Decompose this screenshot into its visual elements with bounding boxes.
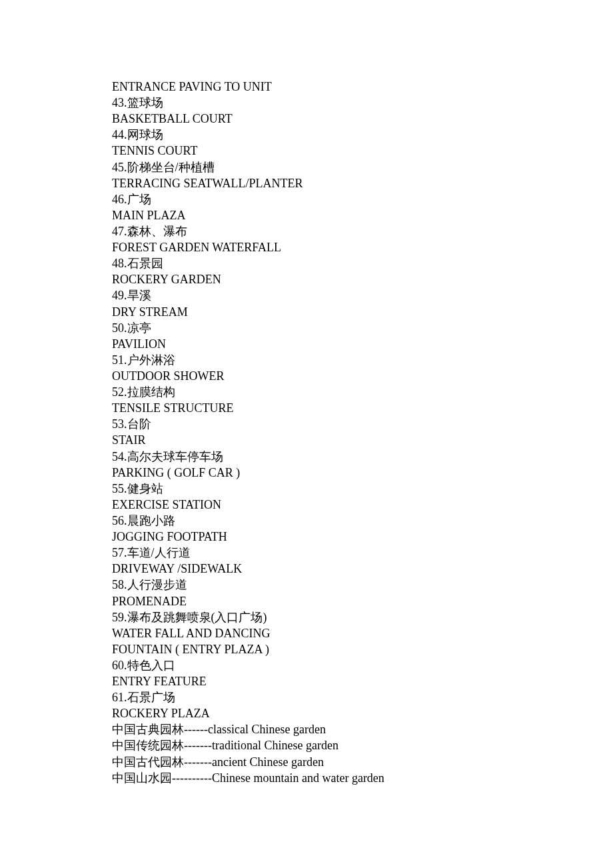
text-line: TENNIS COURT [112,143,613,159]
text-line: ROCKERY GARDEN [112,271,613,287]
text-line: 52.拉膜结构 [112,384,613,400]
text-line: ENTRY FEATURE [112,673,613,689]
text-line: 59.瀑布及跳舞喷泉(入口广场) [112,609,613,625]
text-line: WATER FALL AND DANCING [112,625,613,641]
text-line: EXERCISE STATION [112,497,613,513]
text-line: PARKING ( GOLF CAR ) [112,465,613,481]
text-line: 中国传统园林-------traditional Chinese garden [112,737,613,753]
text-line: 53.台阶 [112,416,613,432]
text-line: 56.晨跑小路 [112,513,613,529]
text-line: 57.车道/人行道 [112,545,613,561]
text-line: 48.石景园 [112,255,613,271]
text-line: OUTDOOR SHOWER [112,368,613,384]
text-line: 50.凉亭 [112,320,613,336]
text-line: 51.户外淋浴 [112,352,613,368]
text-line: 中国古代园林-------ancient Chinese garden [112,754,613,770]
text-line: 58.人行漫步道 [112,577,613,593]
text-line: 46.广场 [112,191,613,207]
text-line: 60.特色入口 [112,657,613,673]
text-line: FOREST GARDEN WATERFALL [112,239,613,255]
text-line: 61.石景广场 [112,689,613,705]
text-line: MAIN PLAZA [112,207,613,223]
text-line: TERRACING SEATWALL/PLANTER [112,175,613,191]
document-content: ENTRANCE PAVING TO UNIT 43.篮球场 BASKETBAL… [112,79,613,786]
text-line: BASKETBALL COURT [112,111,613,127]
text-line: 43.篮球场 [112,95,613,111]
text-line: 中国山水园----------Chinese mountain and wate… [112,770,613,786]
text-line: 中国古典园林------classical Chinese garden [112,721,613,737]
text-line: 54.高尔夫球车停车场 [112,449,613,465]
text-line: TENSILE STRUCTURE [112,400,613,416]
text-line: 49.旱溪 [112,287,613,303]
text-line: DRY STREAM [112,304,613,320]
text-line: 45.阶梯坐台/种植槽 [112,159,613,175]
text-line: PAVILION [112,336,613,352]
text-line: 47.森林、瀑布 [112,223,613,239]
text-line: 44.网球场 [112,127,613,143]
text-line: ROCKERY PLAZA [112,705,613,721]
text-line: FOUNTAIN ( ENTRY PLAZA ) [112,641,613,657]
text-line: PROMENADE [112,593,613,609]
text-line: ENTRANCE PAVING TO UNIT [112,79,613,95]
text-line: 55.健身站 [112,481,613,497]
text-line: STAIR [112,432,613,448]
text-line: DRIVEWAY /SIDEWALK [112,561,613,577]
text-line: JOGGING FOOTPATH [112,529,613,545]
